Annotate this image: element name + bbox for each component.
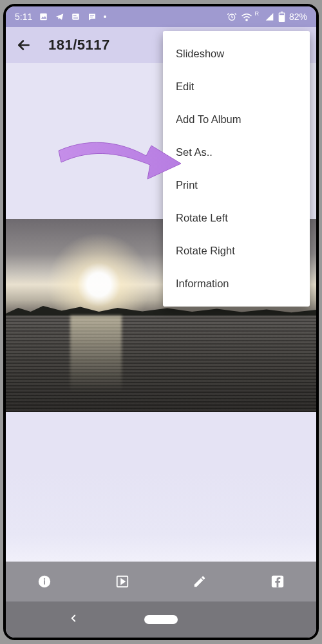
svg-rect-7 [90, 16, 93, 17]
nav-home-pill[interactable] [144, 615, 178, 624]
menu-item-information[interactable]: Information [163, 267, 310, 300]
battery-percentage: 82% [289, 12, 307, 22]
menu-item-add-to-album[interactable]: Add To Album [163, 103, 310, 136]
facebook-share-button[interactable] [269, 573, 286, 590]
svg-rect-0 [41, 14, 48, 21]
edit-button[interactable] [191, 573, 208, 590]
svg-rect-3 [73, 15, 77, 16]
svg-point-15 [44, 578, 45, 580]
svg-rect-14 [44, 580, 45, 584]
svg-rect-11 [281, 12, 283, 13]
photo-icon [39, 12, 48, 21]
wifi-icon [241, 12, 252, 22]
photo-counter: 181/5117 [48, 37, 110, 53]
info-button[interactable] [36, 573, 53, 590]
svg-rect-6 [90, 15, 94, 16]
svg-rect-4 [73, 17, 78, 17]
status-bar: 5:11 R [6, 6, 316, 27]
status-time: 5:11 [15, 12, 32, 22]
overflow-menu: Slideshow Edit Add To Album Set As.. Pri… [163, 31, 310, 307]
back-button[interactable] [15, 36, 33, 54]
nav-back-button[interactable] [68, 612, 79, 627]
device-frame: 5:11 R [3, 4, 319, 640]
alarm-icon [227, 12, 237, 22]
svg-marker-17 [121, 579, 125, 583]
system-nav-bar [6, 601, 316, 638]
bottom-action-bar [6, 562, 316, 601]
menu-item-rotate-right[interactable]: Rotate Right [163, 234, 310, 267]
menu-item-rotate-left[interactable]: Rotate Left [163, 202, 310, 234]
battery-icon [278, 12, 285, 22]
menu-item-slideshow[interactable]: Slideshow [163, 37, 310, 70]
menu-item-edit[interactable]: Edit [163, 70, 310, 103]
roaming-indicator: R [254, 10, 259, 17]
svg-rect-5 [73, 18, 78, 19]
telegram-icon [55, 12, 64, 21]
cell-signal-icon [265, 12, 274, 21]
slideshow-button[interactable] [114, 573, 131, 590]
gradient-overlay [6, 471, 316, 562]
svg-rect-12 [279, 14, 284, 15]
messages-icon [87, 12, 97, 22]
news-icon [71, 12, 80, 21]
menu-item-print[interactable]: Print [163, 169, 310, 202]
more-indicator-dot-icon [104, 15, 106, 18]
menu-item-set-as[interactable]: Set As.. [163, 136, 310, 169]
svg-point-9 [246, 19, 247, 20]
